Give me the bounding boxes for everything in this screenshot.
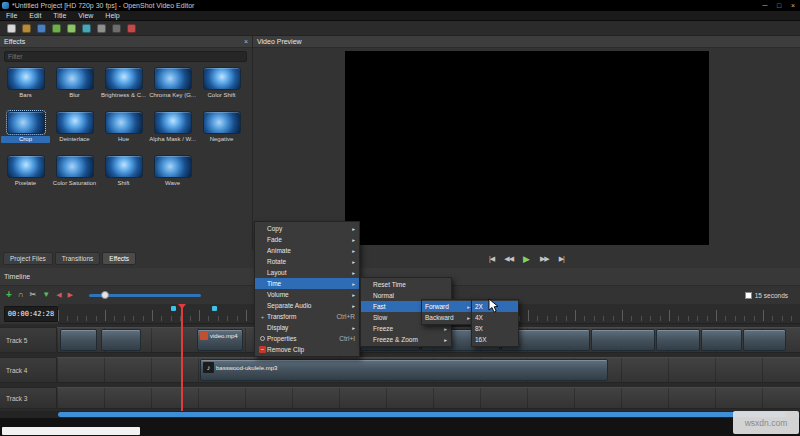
shortcut-label: Ctrl+R — [336, 313, 355, 320]
menu-edit[interactable]: Edit — [23, 12, 47, 19]
panel-close-icon[interactable]: × — [244, 36, 248, 47]
effect-item-bars[interactable]: Bars — [1, 65, 50, 109]
add-marker-icon[interactable]: ▼ — [42, 290, 50, 300]
jump-end-button[interactable]: ▶| — [559, 254, 564, 264]
menu-item-copy[interactable]: Copy▸ — [255, 223, 359, 234]
menu-help[interactable]: Help — [99, 12, 125, 19]
open-project-button[interactable] — [22, 24, 31, 33]
track-header[interactable]: Track 5 — [0, 327, 57, 353]
fullscreen-button[interactable] — [112, 24, 121, 33]
effect-thumbnail — [105, 67, 143, 90]
clip[interactable] — [60, 329, 97, 351]
choose-profile-button[interactable] — [97, 24, 106, 33]
jump-start-button[interactable]: |◀ — [489, 254, 494, 264]
effect-item-color-shift[interactable]: Color Shift — [197, 65, 246, 109]
track-header[interactable]: Track 4 — [0, 357, 57, 383]
zoom-slider[interactable] — [89, 294, 201, 297]
import-files-button[interactable] — [82, 24, 91, 33]
effect-item-wave[interactable]: Wave — [148, 153, 197, 197]
play-button[interactable]: ▶ — [523, 254, 530, 264]
clip[interactable] — [101, 329, 141, 351]
close-button[interactable]: × — [786, 2, 800, 9]
menu-item-transform[interactable]: +TransformCtrl+R — [255, 311, 359, 322]
menu-item-forward[interactable]: Forward▸ — [422, 301, 474, 312]
clip[interactable] — [591, 329, 655, 351]
menu-view[interactable]: View — [72, 12, 99, 19]
menu-item-backward[interactable]: Backward▸ — [422, 312, 474, 323]
menu-item-properties[interactable]: PropertiesCtrl+I — [255, 333, 359, 344]
minimize-button[interactable]: ─ — [758, 2, 772, 9]
playhead[interactable] — [181, 304, 183, 411]
submenu-arrow-icon: ▸ — [352, 303, 355, 309]
save-project-button[interactable] — [37, 24, 46, 33]
scale-checkbox[interactable] — [745, 292, 752, 299]
menu-item-reset-time[interactable]: Reset Time — [361, 279, 451, 290]
fast-forward-button[interactable]: ▶▶ — [540, 254, 549, 264]
submenu-arrow-icon: ▸ — [352, 248, 355, 254]
menu-item-16x[interactable]: 16X — [472, 334, 518, 345]
add-track-icon[interactable]: + — [6, 290, 12, 300]
clip-audio[interactable]: ♪basswood-ukulele.mp3 — [200, 359, 608, 381]
effect-item-crop[interactable]: Crop — [1, 109, 50, 153]
menu-item-animate[interactable]: Animate▸ — [255, 245, 359, 256]
track-body[interactable]: ♪basswood-ukulele.mp3 — [57, 357, 800, 383]
effect-item-alpha-mask[interactable]: Alpha Mask / W... — [148, 109, 197, 153]
menu-item-separate-audio[interactable]: Separate Audio▸ — [255, 300, 359, 311]
effect-item-hue[interactable]: Hue — [99, 109, 148, 153]
menu-item-volume[interactable]: Volume▸ — [255, 289, 359, 300]
track-name: Track 4 — [6, 367, 27, 374]
next-marker-icon[interactable]: ▶ — [68, 290, 73, 300]
tab-transitions[interactable]: Transitions — [55, 252, 101, 265]
export-video-button[interactable] — [127, 24, 136, 33]
effect-item-chroma-key[interactable]: Chroma Key (G... — [148, 65, 197, 109]
menu-item-time[interactable]: Time▸ — [255, 278, 359, 289]
menu-item-8x[interactable]: 8X — [472, 323, 518, 334]
effects-filter-input[interactable] — [4, 51, 247, 62]
submenu-arrow-icon: ▸ — [467, 304, 470, 310]
menu-item-display[interactable]: Display▸ — [255, 322, 359, 333]
transform-icon: + — [258, 314, 267, 320]
zoom-slider-handle[interactable] — [101, 291, 109, 299]
effect-item-deinterlace[interactable]: Deinterlace — [50, 109, 99, 153]
clip[interactable] — [656, 329, 700, 351]
track-body[interactable] — [57, 387, 800, 409]
track-name: Track 3 — [6, 395, 27, 402]
menu-item-remove-clip[interactable]: −Remove Clip — [255, 344, 359, 355]
menu-file[interactable]: File — [0, 12, 23, 19]
snapping-icon[interactable]: ∩ — [18, 290, 24, 300]
tab-effects[interactable]: Effects — [102, 252, 136, 265]
track-header[interactable]: Track 3 — [0, 387, 57, 409]
timeline-marker[interactable] — [212, 306, 217, 311]
submenu-arrow-icon: ▸ — [352, 325, 355, 331]
new-project-button[interactable] — [7, 24, 16, 33]
maximize-button[interactable]: □ — [772, 2, 786, 9]
timecode-display: 00:00:42:28 — [4, 306, 58, 322]
clip[interactable] — [743, 329, 786, 351]
menu-item-rotate[interactable]: Rotate▸ — [255, 256, 359, 267]
rewind-button[interactable]: ◀◀ — [504, 254, 513, 264]
effect-item-pixelate[interactable]: Pixelate — [1, 153, 50, 197]
clip-label: basswood-ukulele.mp3 — [216, 365, 277, 371]
hscrollbar-thumb[interactable] — [58, 412, 786, 417]
effect-thumbnail — [56, 155, 94, 178]
remove-clip-icon: − — [259, 346, 266, 353]
effect-item-color-saturation[interactable]: Color Saturation — [50, 153, 99, 197]
razor-icon[interactable]: ✂ — [30, 290, 37, 300]
effect-item-blur[interactable]: Blur — [50, 65, 99, 109]
effect-item-shift[interactable]: Shift — [99, 153, 148, 197]
menu-item-fade[interactable]: Fade▸ — [255, 234, 359, 245]
menu-item-layout[interactable]: Layout▸ — [255, 267, 359, 278]
effect-item-negative[interactable]: Negative — [197, 109, 246, 153]
watermark: wsxdn.com — [733, 411, 799, 434]
previous-marker-icon[interactable]: ◀ — [56, 290, 61, 300]
menu-title[interactable]: Title — [47, 12, 72, 19]
effect-thumbnail — [203, 67, 241, 90]
timeline-marker[interactable] — [171, 306, 176, 311]
effect-item-brightness[interactable]: Brightness & C... — [99, 65, 148, 109]
undo-button[interactable] — [52, 24, 61, 33]
redo-button[interactable] — [67, 24, 76, 33]
clip-video[interactable]: video.mp4 — [197, 329, 243, 351]
tab-project-files[interactable]: Project Files — [3, 252, 53, 265]
clip[interactable] — [701, 329, 742, 351]
menu-item-freeze-zoom[interactable]: Freeze & Zoom▸ — [361, 334, 451, 345]
